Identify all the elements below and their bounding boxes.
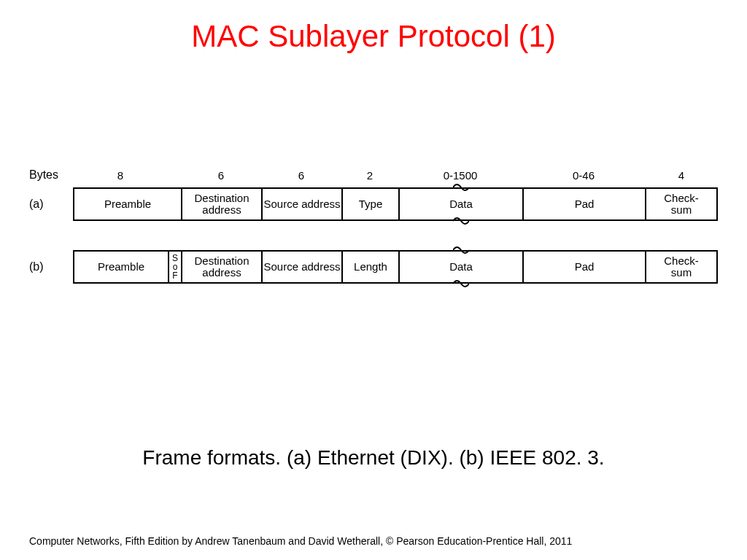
bytes-label: Bytes xyxy=(29,168,73,182)
break-mark-icon xyxy=(453,217,469,225)
field-checksum-a: Check- sum xyxy=(645,187,718,221)
field-preamble-a: Preamble xyxy=(73,187,181,221)
field-text: Check- sum xyxy=(664,192,699,217)
field-text: Preamble xyxy=(98,261,144,273)
field-data-b: Data xyxy=(398,250,522,284)
byte-count: 0-1500 xyxy=(398,169,522,182)
field-dest-a: Destination address xyxy=(181,187,261,221)
field-length-b: Length xyxy=(341,250,398,284)
field-text: Check- sum xyxy=(664,255,699,279)
figure-caption: Frame formats. (a) Ethernet (DIX). (b) I… xyxy=(0,446,747,470)
field-text: Destination address xyxy=(182,255,261,279)
field-text: Pad xyxy=(575,261,595,273)
field-text: Destination address xyxy=(182,192,261,217)
field-text: Source address xyxy=(263,261,340,273)
byte-counts-row: Bytes 8 6 6 2 0-1500 0-46 4 xyxy=(29,164,718,186)
field-text: Source address xyxy=(263,198,340,211)
field-dest-b: Destination address xyxy=(181,250,261,284)
break-mark-icon xyxy=(453,183,469,192)
field-preamble-b: Preamble xyxy=(73,250,168,284)
field-text: Type xyxy=(359,198,383,211)
field-text: Data xyxy=(449,261,473,273)
row-label-a: (a) xyxy=(29,198,73,211)
field-text: Length xyxy=(354,261,387,273)
field-src-a: Source address xyxy=(261,187,341,221)
byte-count: 6 xyxy=(261,169,341,182)
byte-count: 8 xyxy=(73,169,168,182)
field-src-b: Source address xyxy=(261,250,341,284)
slide-footer: Computer Networks, Fifth Edition by Andr… xyxy=(29,535,572,547)
field-pad-a: Pad xyxy=(522,187,645,221)
field-type-a: Type xyxy=(341,187,398,221)
byte-count: 0-46 xyxy=(522,169,645,182)
field-text: Data xyxy=(449,198,473,211)
sof-letter: F xyxy=(172,271,177,280)
frame-row-b: (b) Preamble S o F Destination address S… xyxy=(29,250,718,284)
row-gap xyxy=(29,221,718,249)
break-mark-icon xyxy=(453,246,469,254)
byte-count: 6 xyxy=(181,169,261,182)
field-data-a: Data xyxy=(398,187,522,221)
row-label-b: (b) xyxy=(29,260,73,273)
break-mark-icon xyxy=(453,279,469,288)
field-text: Pad xyxy=(575,198,595,211)
byte-count: 2 xyxy=(341,169,398,182)
spacer xyxy=(168,164,181,186)
slide: MAC Sublayer Protocol (1) Bytes 8 6 6 2 … xyxy=(0,0,747,560)
frame-row-a: (a) Preamble Destination address Source … xyxy=(29,187,718,221)
frame-diagram: Bytes 8 6 6 2 0-1500 0-46 4 (a) Preamble… xyxy=(29,164,718,284)
byte-count: 4 xyxy=(645,169,718,182)
field-sof-b: S o F xyxy=(168,250,181,284)
field-text: Preamble xyxy=(104,198,151,211)
field-checksum-b: Check- sum xyxy=(645,250,718,284)
field-pad-b: Pad xyxy=(522,250,645,284)
slide-title: MAC Sublayer Protocol (1) xyxy=(0,19,747,54)
